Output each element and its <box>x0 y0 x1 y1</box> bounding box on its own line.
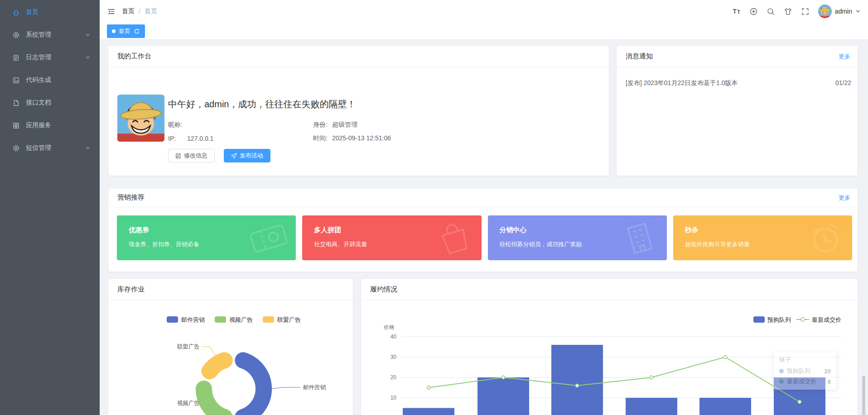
refresh-icon[interactable] <box>134 28 140 34</box>
line-point-1[interactable] <box>502 376 505 379</box>
gear-icon <box>12 31 20 39</box>
apps-icon <box>12 121 20 129</box>
codegen-icon <box>12 76 20 84</box>
line-point-2[interactable] <box>575 384 579 387</box>
row-top: 我的工作台 中午好，admin，成功，往往住在失败的隔壁！ 昵称: 身份: <box>108 45 858 176</box>
sidebar-item-label: 应用服务 <box>26 121 91 129</box>
sidebar-item-2[interactable]: 日志管理 <box>0 46 100 69</box>
notice-item-date: 01/22 <box>835 79 851 87</box>
svg-text:最新成交价: 最新成交价 <box>812 316 841 323</box>
workspace-card-header: 我的工作台 <box>108 46 609 67</box>
marketing-card-1[interactable]: 多人拼团社交电商、开辟流量 <box>302 215 481 260</box>
document-icon <box>12 99 20 107</box>
publish-activity-button[interactable]: 发布活动 <box>224 149 270 162</box>
svg-text:联盟广告: 联盟广告 <box>277 316 301 323</box>
user-menu[interactable]: admin <box>818 5 861 18</box>
workspace-card: 我的工作台 中午好，admin，成功，往往住在失败的隔壁！ 昵称: 身份: <box>108 45 609 176</box>
notice-card: 消息通知 更多 [发布] 2023年01月22日发布基于1.0版本01/22 <box>616 45 858 176</box>
sidebar-item-label: 短信管理 <box>26 144 85 152</box>
workspace-fields: 昵称: 身份: 超级管理 IP: 127.0.0.1 <box>168 118 391 145</box>
sidebar-item-3[interactable]: 代码生成 <box>0 69 100 91</box>
sidebar-item-label: 系统管理 <box>26 31 85 39</box>
font-size-icon[interactable]: Tт <box>733 8 740 15</box>
sidebar-item-6[interactable]: 短信管理 <box>0 137 100 159</box>
workspace-body: 中午好，admin，成功，往往住在失败的隔壁！ 昵称: 身份: 超级管理 <box>108 67 609 176</box>
fulfillment-card: 履约情况 40302010价格预购队列最新成交价 袜子 预购队列20最新成交价8 <box>361 278 858 415</box>
user-avatar-large <box>117 95 164 142</box>
sidebar-item-label: 接口文档 <box>26 99 91 107</box>
fulfillment-bar-chart: 40302010价格预购队列最新成交价 <box>361 301 858 415</box>
line-point-3[interactable] <box>650 376 653 379</box>
edit-info-button[interactable]: 修改信息 <box>168 149 215 162</box>
app-root: 首页系统管理日志管理代码生成接口文档应用服务短信管理 首页 / 首页 Tт ad… <box>0 0 868 415</box>
chevron-down-icon <box>85 145 91 151</box>
notice-title: 消息通知 <box>626 52 653 61</box>
workspace-buttons: 修改信息 发布活动 <box>168 149 270 162</box>
marketing-card-0[interactable]: 优惠券现金券、折扣券、营销必备 <box>117 215 296 260</box>
y-tick: 10 <box>391 395 397 401</box>
user-name: admin <box>835 8 852 15</box>
locale-icon[interactable] <box>749 7 758 16</box>
donut-slice-2[interactable] <box>210 360 225 371</box>
legend-item-0[interactable]: 邮件营销 <box>167 316 205 323</box>
line-point-0[interactable] <box>427 386 430 389</box>
row-charts: 库存作业 邮件营销视频广告联盟广告邮件营销视频广告联盟广告 履约情况 40302… <box>108 278 858 415</box>
send-icon <box>231 153 237 159</box>
fullscreen-icon[interactable] <box>801 7 810 16</box>
search-icon[interactable] <box>767 7 775 16</box>
collapse-sidebar-icon[interactable] <box>107 7 116 16</box>
marketing-more-link[interactable]: 更多 <box>839 194 850 202</box>
sidebar-item-0[interactable]: 首页 <box>0 1 100 24</box>
scrollbar-thumb[interactable] <box>862 376 865 415</box>
sidebar-item-4[interactable]: 接口文档 <box>0 91 100 114</box>
sidebar-item-label: 日志管理 <box>26 53 85 62</box>
breadcrumb-separator: / <box>139 8 140 15</box>
marketing-card-header: 营销推荐 更多 <box>108 188 858 207</box>
main-area: 首页 / 首页 Tт admin 首页 <box>100 0 868 415</box>
bar-1[interactable] <box>477 377 529 415</box>
donut-slice-1[interactable] <box>204 389 225 415</box>
donut-label-0: 邮件营销 <box>303 384 326 391</box>
notice-item[interactable]: [发布] 2023年01月22日发布基于1.0版本01/22 <box>617 79 858 87</box>
workspace-title: 我的工作台 <box>117 52 151 61</box>
bar-2[interactable] <box>551 345 603 415</box>
sidebar-item-5[interactable]: 应用服务 <box>0 114 100 137</box>
marketing-card-3[interactable]: 秒杀超低价抢购引导更多销量 <box>673 215 852 260</box>
donut-label-2: 联盟广告 <box>177 343 200 350</box>
sidebar-item-label: 首页 <box>26 8 91 16</box>
breadcrumb: 首页 / 首页 <box>122 7 157 15</box>
notice-more-link[interactable]: 更多 <box>839 52 850 61</box>
breadcrumb-item-home[interactable]: 首页 <box>122 7 135 15</box>
topbar-actions: Tт admin <box>733 5 861 18</box>
y-tick: 30 <box>391 354 397 360</box>
log-icon <box>12 53 20 62</box>
bar-0[interactable] <box>403 408 454 415</box>
legend-item-1[interactable]: 视频广告 <box>215 316 253 323</box>
legend-bar-series[interactable]: 预购队列 <box>753 316 791 323</box>
theme-icon[interactable] <box>784 7 792 16</box>
svg-text:视频广告: 视频广告 <box>229 316 253 323</box>
bar-5[interactable] <box>774 377 825 415</box>
sidebar-item-1[interactable]: 系统管理 <box>0 24 100 46</box>
bar-4[interactable] <box>699 398 751 415</box>
legend-line-series[interactable]: 最新成交价 <box>796 316 841 323</box>
line-point-4[interactable] <box>723 355 727 358</box>
tab-home[interactable]: 首页 <box>107 24 145 38</box>
donut-slice-0[interactable] <box>243 360 264 415</box>
svg-text:邮件营销: 邮件营销 <box>181 316 205 323</box>
field-nickname: 昵称: <box>168 121 313 129</box>
line-point-5[interactable] <box>798 400 801 403</box>
fulfillment-title: 履约情况 <box>370 285 397 294</box>
bar-3[interactable] <box>626 398 677 415</box>
fulfillment-card-header: 履约情况 <box>361 279 858 301</box>
legend-item-2[interactable]: 联盟广告 <box>263 316 301 323</box>
marketing-cards: 优惠券现金券、折扣券、营销必备多人拼团社交电商、开辟流量分销中心轻松招募分销员，… <box>108 207 858 260</box>
inventory-card-header: 库存作业 <box>108 279 353 301</box>
home-icon <box>12 8 20 16</box>
field-time: 时间: 2025-09-13 12:51:06 <box>313 134 391 143</box>
marketing-card-2[interactable]: 分销中心轻松招募分销员，成功推广奖励 <box>488 215 667 260</box>
notice-list: [发布] 2023年01月22日发布基于1.0版本01/22 <box>617 79 858 87</box>
inventory-title: 库存作业 <box>117 285 145 294</box>
notice-card-header: 消息通知 更多 <box>617 46 858 67</box>
svg-text:预购队列: 预购队列 <box>767 316 791 323</box>
